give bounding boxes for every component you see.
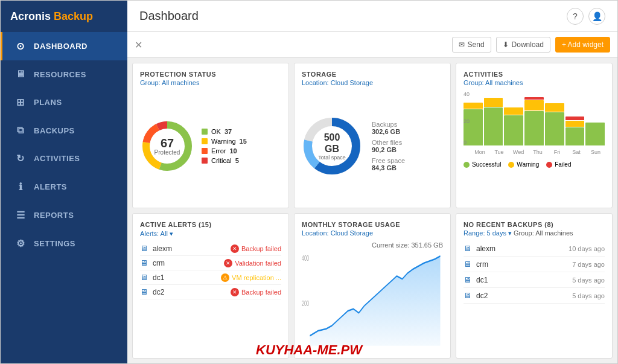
monthly-storage-title: MONTHLY STORAGE USAGE [302, 221, 443, 228]
svg-text:200: 200 [302, 298, 309, 307]
send-button[interactable]: ✉ Send [452, 37, 491, 53]
alert-machine-dc1: dc1 [153, 273, 216, 282]
bar-mon-warning [464, 103, 483, 109]
backup-time-crm: 7 days ago [572, 261, 605, 268]
storage-free: Free space 84,3 GB [372, 157, 405, 171]
bar-sun-success [585, 123, 605, 145]
add-widget-button[interactable]: + Add widget [555, 37, 610, 53]
alert-status-crm: ✕ Validation failed [224, 259, 281, 267]
day-fri: Fri [548, 149, 566, 155]
critical-color [202, 158, 208, 164]
alert-status-alexm: ✕ Backup failed [231, 244, 281, 253]
bar-tue-success [484, 107, 503, 145]
sidebar-item-reports[interactable]: ☰ REPORTS [1, 201, 127, 229]
storage-subtitle[interactable]: Location: Cloud Storage [302, 79, 443, 86]
sidebar-item-dashboard[interactable]: ⊙ DASHBOARD [1, 32, 127, 60]
alert-status-dc1: ⚠ VM replication ... [221, 273, 281, 282]
activities-title: ACTIVITIES [464, 71, 605, 78]
toolbar: ✕ ✉ Send ⬇ Download + Add widget [127, 32, 617, 58]
storage-content: 500 GB Total space Backups 302,6 GB Othe… [302, 91, 443, 200]
legend-warning: Warning 15 [202, 138, 247, 145]
alert-row-alexm: 🖥 alexm ✕ Backup failed [140, 241, 281, 256]
warning-color [202, 138, 208, 144]
day-sat: Sat [567, 149, 585, 155]
donut-center: 67 Protected [154, 136, 180, 155]
bar-fri-success [545, 112, 564, 145]
alert-machine-icon-crm: 🖥 [140, 258, 148, 267]
day-tue: Tue [490, 149, 508, 155]
alert-machine-alexm: alexm [153, 244, 226, 253]
backup-machine-icon-dc2: 🖥 [464, 291, 471, 300]
sidebar-item-alerts[interactable]: ℹ ALERTS [1, 173, 127, 201]
plans-icon: ⊞ [14, 97, 27, 108]
backup-row-crm: 🖥 crm 7 days ago [464, 257, 605, 272]
current-size: Current size: 351.65 GB [302, 241, 443, 249]
day-thu: Thu [529, 149, 547, 155]
day-sun: Sun [587, 149, 605, 155]
bar-wed-warning [504, 107, 523, 115]
alert-machine-icon-dc2: 🖥 [140, 287, 148, 296]
sidebar-item-plans[interactable]: ⊞ PLANS [1, 88, 127, 117]
storage-center: 500 GB Total space [317, 131, 347, 160]
legend-successful: Successful [464, 161, 501, 168]
backup-machine-icon-crm: 🖥 [464, 260, 471, 269]
protection-status-title: PROTECTION STATUS [140, 71, 281, 78]
alert-machine-crm: crm [153, 259, 219, 267]
close-widget-icon[interactable]: ✕ [135, 39, 142, 51]
download-button[interactable]: ⬇ Download [496, 37, 550, 53]
sidebar-item-activities[interactable]: ↻ ACTIVITIES [1, 144, 127, 173]
alert-error-dot-dc2: ✕ [231, 288, 239, 296]
activities-widget: ACTIVITIES Group: All machines 40 20 0 [456, 63, 613, 208]
alerts-filter-chevron[interactable]: ▾ [170, 230, 173, 237]
reports-icon: ☰ [14, 209, 27, 221]
alert-error-dot-crm: ✕ [224, 259, 232, 267]
backup-machine-dc1: dc1 [476, 276, 567, 284]
user-icon[interactable]: 👤 [588, 8, 605, 25]
dashboard-icon: ⊙ [14, 40, 27, 52]
svg-text:400: 400 [302, 254, 309, 263]
dashboard-grid: PROTECTION STATUS Group: All machines [127, 58, 617, 363]
ok-color [202, 129, 208, 135]
bar-wed-success [504, 115, 523, 145]
storage-legend: Backups 302,6 GB Other files 90,2 GB Fre… [372, 121, 405, 171]
range-chevron[interactable]: ▾ [508, 229, 514, 237]
backup-machine-alexm: alexm [476, 244, 564, 253]
page-title: Dashboard [139, 9, 199, 23]
protection-donut: 67 Protected [140, 119, 194, 173]
monthly-storage-subtitle: Location: Cloud Storage [302, 229, 443, 237]
activities-subtitle[interactable]: Group: All machines [464, 79, 605, 86]
no-recent-backups-title: NO RECENT BACKUPS (8) [464, 221, 605, 228]
alerts-filter[interactable]: Alerts: All [140, 230, 168, 237]
backup-row-dc2: 🖥 dc2 5 days ago [464, 288, 605, 304]
sidebar-item-resources[interactable]: 🖥 RESOURCES [1, 60, 127, 88]
bar-sat-failed [565, 117, 585, 120]
activities-content: 40 20 0 [464, 91, 605, 200]
legend-ok: OK 37 [202, 128, 247, 135]
storage-title: STORAGE [302, 71, 443, 78]
alert-status-dc2: ✕ Backup failed [231, 288, 281, 296]
storage-other: Other files 90,2 GB [372, 139, 405, 153]
backup-machine-crm: crm [476, 260, 567, 269]
storage-usage-content: Current size: 351.65 GB 400 200 [302, 241, 443, 351]
sidebar-item-settings[interactable]: ⚙ SETTINGS [1, 229, 127, 258]
activities-legend: Successful Warning Failed [464, 161, 605, 168]
bar-tue-warning [484, 98, 503, 107]
protection-content: 67 Protected OK 37 [140, 91, 281, 200]
logo-text: Acronis Backup [10, 10, 93, 23]
legend-failed: Failed [546, 161, 571, 168]
alerts-icon: ℹ [14, 181, 27, 193]
backup-machine-dc2: dc2 [476, 292, 567, 300]
backup-machine-icon-alexm: 🖥 [464, 244, 471, 253]
sidebar-item-backups[interactable]: ⧉ BACKUPS [1, 117, 127, 144]
range-filter[interactable]: Range: 5 days [464, 229, 506, 237]
protection-status-subtitle[interactable]: Group: All machines [140, 79, 281, 86]
day-mon: Mon [471, 149, 489, 155]
alert-row-dc1: 🖥 dc1 ⚠ VM replication ... [140, 270, 281, 285]
storage-donut: 500 GB Total space [302, 116, 362, 176]
help-icon[interactable]: ? [567, 8, 584, 25]
monthly-storage-widget: MONTHLY STORAGE USAGE Location: Cloud St… [294, 213, 451, 359]
storage-widget: STORAGE Location: Cloud Storage [294, 63, 451, 208]
download-icon: ⬇ [503, 40, 509, 49]
area-chart: 400 200 [302, 251, 443, 351]
bar-sat-warning [565, 121, 585, 127]
